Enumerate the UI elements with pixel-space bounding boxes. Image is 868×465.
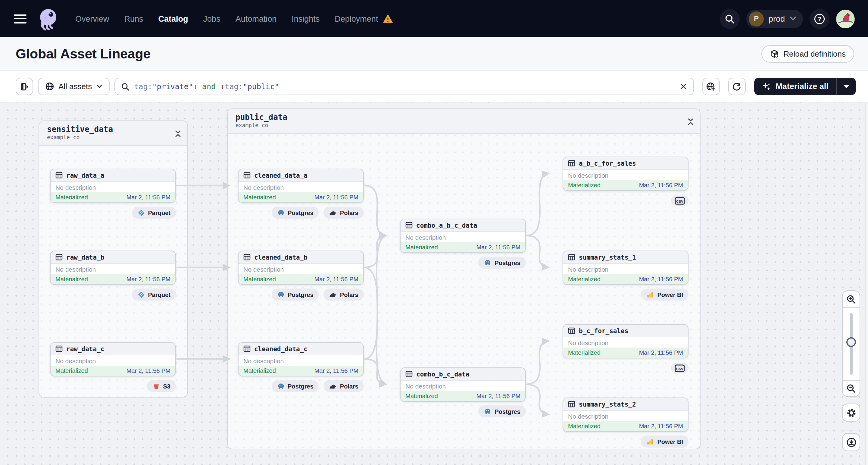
asset-scope-dropdown[interactable]: All assets [38,78,109,95]
open-side-panel-button[interactable] [16,78,33,95]
chevron-down-icon [96,84,102,89]
nav-item-overview[interactable]: Overview [75,14,109,23]
asset-timestamp: Mar 2, 11:56 PM [314,194,359,200]
asset-node-summary-stats-1[interactable]: summary_stats_1 No description Materiali… [563,251,688,285]
tag-pill-powerbi[interactable]: Power BI [641,435,688,447]
tag-pill-s3[interactable]: S3 [147,380,176,392]
tag-pill-parquet[interactable]: Parquet [132,207,176,219]
asset-status: Materialized [568,423,600,430]
asset-description: No description [563,170,688,180]
tag-pill-postgres[interactable]: Postgres [271,207,319,219]
zoom-in-button[interactable] [843,291,860,308]
asset-filter-input[interactable]: tag:"private"+ and +tag:"public" [114,78,693,95]
nav-item-insights[interactable]: Insights [291,14,319,23]
asset-node-cleaned-data-c[interactable]: cleaned_data_c No description Materializ… [238,342,364,376]
postgres-icon [484,259,492,267]
reload-definitions-label: Reload definitions [783,50,846,58]
asset-status: Materialized [55,276,88,282]
nav-item-jobs[interactable]: Jobs [203,14,220,23]
tag-pill-postgres[interactable]: Postgres [271,288,319,301]
nav-item-catalog[interactable]: Catalog [158,14,188,23]
zoom-slider-thumb[interactable] [846,337,856,347]
svg-text:CSV: CSV [676,367,683,370]
tag-label: Polars [340,383,359,390]
asset-node-raw-data-c[interactable]: raw_data_c No description MaterializedMa… [50,342,176,376]
cardinal-bird-avatar [836,9,855,28]
nav-item-automation[interactable]: Automation [236,14,277,23]
menu-icon[interactable] [14,14,27,23]
svg-text:CSV: CSV [676,199,683,203]
tag-pill-csv[interactable]: CSV [671,195,688,206]
app-root: Overview Runs Catalog Jobs Automation In… [0,0,868,465]
vertical-scrollbar[interactable] [865,102,868,465]
caret-down-icon [844,85,849,88]
download-image-button[interactable] [842,433,860,451]
asset-node-cleaned-data-a[interactable]: cleaned_data_a No description Materializ… [238,169,364,203]
lineage-canvas[interactable]: sensitive_data example_co public_data ex… [0,102,868,465]
postgres-icon [277,382,285,390]
asset-timestamp: Mar 2, 11:56 PM [639,423,683,430]
tag-pill-postgres[interactable]: Postgres [478,405,526,417]
asset-name: a_b_c_for_sales [579,160,636,167]
tag-pill-polars[interactable]: Polars [324,380,364,392]
tag-pill-postgres[interactable]: Postgres [271,380,319,392]
tag-label: Postgres [288,383,313,390]
asset-node-combo-b-c-data[interactable]: combo_b_c_data No description Materializ… [400,367,526,402]
asset-name: cleaned_data_b [254,254,308,261]
asset-description: No description [563,411,688,421]
zoom-out-icon [846,384,856,393]
tag-label: Parquet [148,291,170,298]
nav-item-deployment[interactable]: Deployment [335,14,378,23]
close-icon [679,83,687,90]
asset-description: No description [401,232,525,242]
page-header: Global Asset Lineage Reload definitions [0,37,868,71]
materialize-all-button[interactable]: Materialize all [754,78,836,95]
help-button[interactable]: ? [810,9,830,29]
zoom-slider[interactable] [843,308,860,380]
tag-pill-parquet[interactable]: Parquet [132,288,176,301]
tag-pill-postgres[interactable]: Postgres [478,257,526,269]
tag-pill-polars[interactable]: Polars [324,207,364,219]
asset-node-b-c-for-sales[interactable]: b_c_for_sales No description Materialize… [563,324,688,359]
asset-node-combo-a-b-c-data[interactable]: combo_a_b_c_data No description Material… [400,219,526,253]
clear-filter-button[interactable] [679,83,687,90]
postgres-icon [484,407,492,415]
tag-pill-powerbi[interactable]: Power BI [641,288,688,301]
collapse-group-icon[interactable] [687,117,694,128]
asset-node-raw-data-b[interactable]: raw_data_b No description MaterializedMa… [50,251,176,285]
zoom-control [842,290,860,397]
globe-icon [45,82,54,91]
zoom-out-button[interactable] [843,380,860,396]
table-icon [568,401,575,408]
asset-node-cleaned-data-b[interactable]: cleaned_data_b No description Materializ… [238,251,364,285]
graph-settings-button[interactable] [842,404,860,422]
deployment-switcher[interactable]: P prod [746,9,803,28]
filter-to-group-button[interactable] [702,78,719,95]
tag-pill-csv[interactable]: CSV [671,363,688,373]
materialize-options-button[interactable] [836,78,856,95]
tag-label: Polars [340,291,359,298]
nav-item-runs[interactable]: Runs [124,14,143,23]
asset-node-summary-stats-2[interactable]: summary_stats_2 No description Materiali… [563,398,688,432]
asset-description: No description [401,381,525,391]
asset-name: cleaned_data_c [254,345,308,352]
asset-description: No description [51,355,175,366]
powerbi-icon [646,438,654,445]
asset-timestamp: Mar 2, 11:56 PM [126,367,170,374]
group-header: public_data example_co [228,109,700,134]
tag-pill-polars[interactable]: Polars [324,288,364,301]
postgres-icon [277,290,285,299]
search-button[interactable] [720,9,740,29]
dagster-octopus-logo[interactable] [36,7,60,31]
refresh-button[interactable] [728,78,745,95]
asset-node-raw-data-a[interactable]: raw_data_a No description MaterializedMa… [50,169,176,203]
asset-node-a-b-c-for-sales[interactable]: a_b_c_for_sales No description Materiali… [563,157,688,191]
table-icon [243,254,251,261]
asset-timestamp: Mar 2, 11:56 PM [476,244,521,251]
reload-definitions-button[interactable]: Reload definitions [761,45,854,63]
user-avatar[interactable] [836,9,855,28]
table-icon [568,160,575,167]
collapse-group-icon[interactable] [175,129,181,140]
tag-label: Power BI [657,291,683,298]
asset-name: combo_a_b_c_data [416,222,477,229]
